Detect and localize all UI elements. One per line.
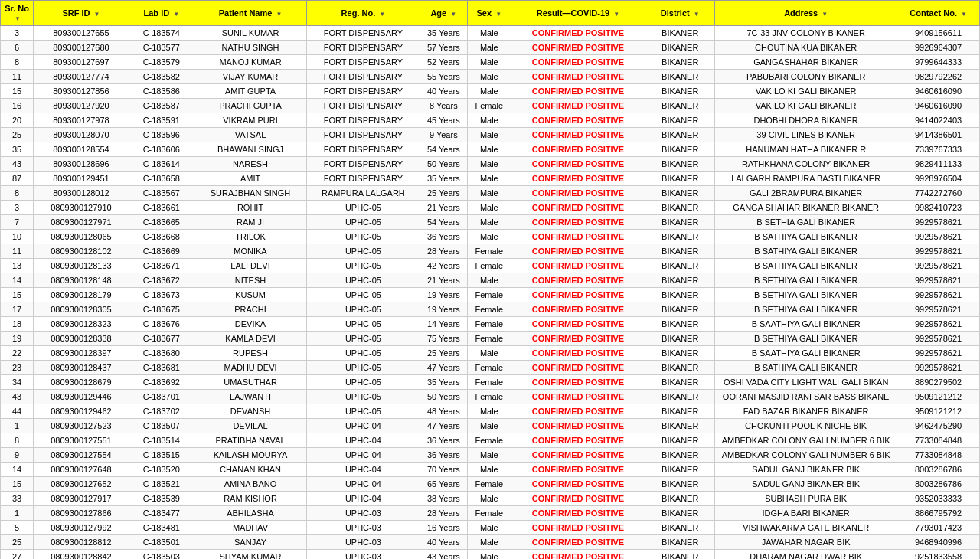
- cell-district: BIKANER: [645, 463, 715, 477]
- cell-lab_id: C-183596: [129, 128, 194, 142]
- cell-lab_id: C-183702: [129, 404, 194, 419]
- column-header-result[interactable]: Result—COVID-19 ▼: [511, 1, 645, 26]
- column-header-address[interactable]: Address ▼: [715, 1, 897, 26]
- cell-district: BIKANER: [645, 448, 715, 463]
- cell-address: B SATHIYA GALI BIKANER: [715, 361, 897, 375]
- cell-patient_name: MONIKA: [194, 244, 306, 259]
- column-header-srf_id[interactable]: SRF ID ▼: [34, 1, 129, 26]
- cell-result: CONFIRMED POSITIVE: [511, 288, 645, 302]
- cell-age: 36 Years: [420, 433, 467, 448]
- cell-reg_no: FORT DISPENSARY: [307, 26, 420, 41]
- cell-address: LALGARH RAMPURA BASTI BIKANER: [715, 172, 897, 186]
- cell-lab_id: C-183658: [129, 172, 194, 186]
- cell-contact: 9929578621: [897, 288, 980, 302]
- cell-contact: 8890279502: [897, 375, 980, 390]
- cell-reg_no: UPHC-05: [307, 375, 420, 390]
- cell-lab_id: C-183668: [129, 230, 194, 244]
- cell-district: BIKANER: [645, 419, 715, 433]
- column-header-age[interactable]: Age ▼: [420, 1, 467, 26]
- cell-lab_id: C-183661: [129, 201, 194, 215]
- cell-sr: 15: [1, 288, 34, 302]
- column-header-patient_name[interactable]: Patient Name ▼: [194, 1, 306, 26]
- table-row: 110809300128102C-183669MONIKAUPHC-0528 Y…: [1, 244, 980, 259]
- cell-district: BIKANER: [645, 99, 715, 113]
- table-row: 100809300128065C-183668TRILOKUPHC-0536 Y…: [1, 230, 980, 244]
- cell-result: CONFIRMED POSITIVE: [511, 477, 645, 492]
- table-row: 270809300128842C-183503SHYAM KUMARUPHC-0…: [1, 550, 980, 560]
- column-header-district[interactable]: District ▼: [645, 1, 715, 26]
- column-header-reg_no[interactable]: Reg. No. ▼: [307, 1, 420, 26]
- cell-age: 40 Years: [420, 84, 467, 99]
- cell-district: BIKANER: [645, 84, 715, 99]
- cell-reg_no: UPHC-03: [307, 521, 420, 535]
- cell-reg_no: UPHC-04: [307, 433, 420, 448]
- cell-address: B SETHIYA GALI BIKANER: [715, 302, 897, 317]
- cell-sr: 25: [1, 128, 34, 142]
- column-header-sr[interactable]: Sr. No ▼: [1, 1, 34, 26]
- cell-sr: 3: [1, 26, 34, 41]
- cell-patient_name: DEVILAL: [194, 419, 306, 433]
- sort-icon: ▼: [613, 11, 619, 18]
- cell-sex: Male: [467, 419, 511, 433]
- cell-patient_name: KUSUM: [194, 288, 306, 302]
- cell-patient_name: AMIT: [194, 172, 306, 186]
- cell-age: 9 Years: [420, 128, 467, 142]
- cell-address: SADUL GANJ BIKANER BIK: [715, 477, 897, 492]
- cell-age: 54 Years: [420, 142, 467, 157]
- cell-patient_name: TRILOK: [194, 230, 306, 244]
- cell-district: BIKANER: [645, 477, 715, 492]
- cell-result: CONFIRMED POSITIVE: [511, 463, 645, 477]
- column-header-lab_id[interactable]: Lab ID ▼: [129, 1, 194, 26]
- cell-sex: Female: [467, 288, 511, 302]
- cell-contact: 9414022403: [897, 113, 980, 128]
- cell-srf_id: 0809300127551: [34, 433, 129, 448]
- cell-result: CONFIRMED POSITIVE: [511, 550, 645, 560]
- cell-district: BIKANER: [645, 70, 715, 84]
- sort-icon: ▼: [822, 11, 828, 18]
- cell-contact: 9929578621: [897, 317, 980, 332]
- sort-icon: ▼: [450, 11, 456, 18]
- cell-contact: 9509121212: [897, 404, 980, 419]
- cell-srf_id: 0809300128179: [34, 288, 129, 302]
- cell-address: VAKILO KI GALI BIKANER: [715, 84, 897, 99]
- cell-sr: 9: [1, 448, 34, 463]
- cell-patient_name: KAILASH MOURYA: [194, 448, 306, 463]
- cell-sr: 11: [1, 70, 34, 84]
- cell-contact: 7339767333: [897, 142, 980, 157]
- sort-icon: ▼: [495, 11, 501, 18]
- cell-address: B SETHIYA GALI BIKANER: [715, 332, 897, 346]
- cell-srf_id: 0809300127917: [34, 492, 129, 506]
- cell-result: CONFIRMED POSITIVE: [511, 172, 645, 186]
- cell-reg_no: FORT DISPENSARY: [307, 41, 420, 55]
- cell-sr: 1: [1, 419, 34, 433]
- column-header-sex[interactable]: Sex ▼: [467, 1, 511, 26]
- cell-srf_id: 0809300127992: [34, 521, 129, 535]
- cell-srf_id: 809300127920: [34, 99, 129, 113]
- cell-result: CONFIRMED POSITIVE: [511, 390, 645, 404]
- cell-result: CONFIRMED POSITIVE: [511, 535, 645, 550]
- table-row: 10809300127523C-183507DEVILALUPHC-0447 Y…: [1, 419, 980, 433]
- cell-lab_id: C-183681: [129, 361, 194, 375]
- cell-contact: 8003286786: [897, 477, 980, 492]
- table-row: 330809300127917C-183539RAM KISHORUPHC-04…: [1, 492, 980, 506]
- table-row: 430809300129446C-183701LAJWANTIUPHC-0550…: [1, 390, 980, 404]
- cell-lab_id: C-183521: [129, 477, 194, 492]
- cell-result: CONFIRMED POSITIVE: [511, 128, 645, 142]
- cell-lab_id: C-183587: [129, 99, 194, 113]
- cell-age: 19 Years: [420, 302, 467, 317]
- cell-lab_id: C-183539: [129, 492, 194, 506]
- cell-sr: 8: [1, 433, 34, 448]
- cell-result: CONFIRMED POSITIVE: [511, 70, 645, 84]
- cell-sr: 43: [1, 390, 34, 404]
- cell-district: BIKANER: [645, 215, 715, 230]
- cell-district: BIKANER: [645, 404, 715, 419]
- cell-sex: Male: [467, 535, 511, 550]
- cell-lab_id: C-183501: [129, 535, 194, 550]
- cell-reg_no: FORT DISPENSARY: [307, 113, 420, 128]
- cell-age: 54 Years: [420, 215, 467, 230]
- cell-sex: Female: [467, 390, 511, 404]
- cell-lab_id: C-183614: [129, 157, 194, 172]
- column-header-contact[interactable]: Contact No. ▼: [897, 1, 980, 26]
- cell-contact: 9929578621: [897, 244, 980, 259]
- cell-sex: Male: [467, 26, 511, 41]
